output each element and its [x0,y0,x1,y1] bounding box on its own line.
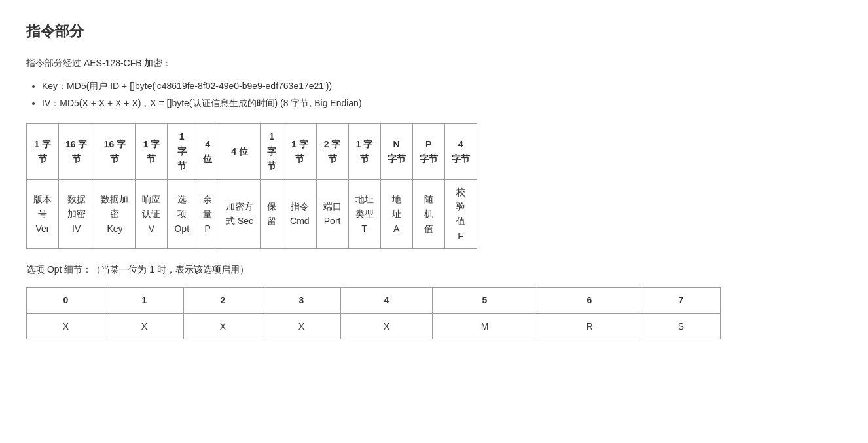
cell-ver: 版本号Ver [27,179,59,249]
col-header-10: 2 字节 [316,124,348,179]
col-header-5: 1字节 [168,124,196,179]
cell-sec: 加密方式 Sec [219,179,261,249]
opt-col-1: 1 [105,288,184,313]
opt-col-5: 5 [433,288,537,313]
main-table-header: 1 字节 16 字节 16 字节 1 字节 1字节 4位 4 位 1字节 1 字… [27,124,477,179]
cell-opt: 选项Opt [168,179,196,249]
page-title: 指令部分 [26,20,842,43]
cell-random: 随机值 [412,179,444,249]
opt-val-7: S [642,313,721,339]
opt-val-0: X [27,313,105,339]
opt-val-2: X [184,313,262,339]
col-header-6: 4位 [196,124,219,179]
cell-cmd: 指令Cmd [283,179,317,249]
col-header-7: 4 位 [219,124,261,179]
opt-val-3: X [262,313,341,339]
cell-iv: 数据加密IV [59,179,94,249]
cell-key: 数据加密Key [94,179,136,249]
cell-p: 余量P [196,179,219,249]
opt-col-3: 3 [262,288,341,313]
col-header-9: 1 字节 [283,124,317,179]
opt-col-0: 0 [27,288,105,313]
cell-v: 响应认证V [136,179,168,249]
opt-col-7: 7 [642,288,721,313]
col-header-14: 4字节 [444,124,477,179]
col-header-4: 1 字节 [136,124,168,179]
col-header-11: 1 字节 [348,124,380,179]
opt-table-data: X X X X X M R S [27,313,721,339]
opt-note-text: 选项 Opt 细节：（当某一位为 1 时，表示该选项启用） [26,262,842,277]
main-table-data: 版本号Ver 数据加密IV 数据加密Key 响应认证V 选项Opt 余量P 加密… [27,179,477,249]
cell-checksum: 校验值F [444,179,477,249]
opt-table: 0 1 2 3 4 5 6 7 X X X X X M R S [26,287,721,339]
cell-addr-type: 地址类型T [348,179,380,249]
opt-val-5: M [433,313,537,339]
col-header-12: N字节 [380,124,412,179]
bullet-item-iv: IV：MD5(X + X + X + X)，X = []byte(认证信息生成的… [42,96,842,110]
opt-col-2: 2 [184,288,262,313]
col-header-13: P字节 [412,124,444,179]
col-header-2: 16 字节 [59,124,94,179]
opt-table-header: 0 1 2 3 4 5 6 7 [27,288,721,313]
opt-val-4: X [341,313,433,339]
col-header-1: 1 字节 [27,124,59,179]
col-header-3: 16 字节 [94,124,136,179]
opt-val-1: X [105,313,184,339]
main-table: 1 字节 16 字节 16 字节 1 字节 1字节 4位 4 位 1字节 1 字… [26,123,477,249]
opt-val-6: R [537,313,642,339]
cell-addr: 地址A [380,179,412,249]
description-text: 指令部分经过 AES-128-CFB 加密： [26,56,842,70]
opt-col-4: 4 [341,288,433,313]
col-header-8: 1字节 [261,124,283,179]
bullet-list: Key：MD5(用户 ID + []byte('c48619fe-8f02-49… [42,79,842,111]
cell-port: 端口Port [316,179,348,249]
cell-reserved: 保留 [261,179,283,249]
bullet-item-key: Key：MD5(用户 ID + []byte('c48619fe-8f02-49… [42,79,842,93]
opt-col-6: 6 [537,288,642,313]
